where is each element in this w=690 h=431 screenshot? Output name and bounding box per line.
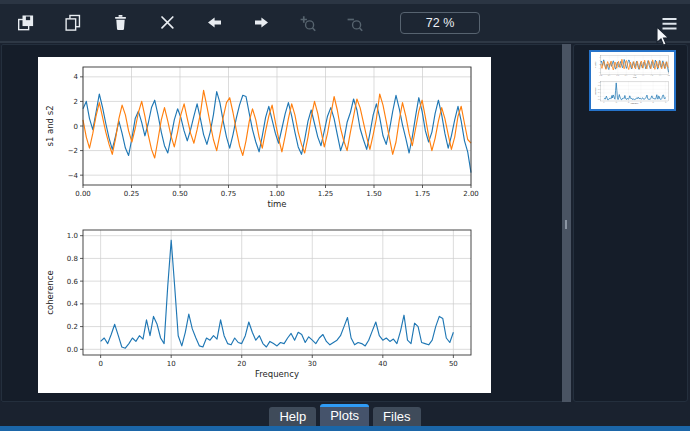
remove-plot-button[interactable] — [105, 8, 135, 38]
zoom-level-display[interactable]: 72 % — [400, 12, 480, 34]
options-menu-button[interactable] — [659, 15, 679, 33]
svg-text:50: 50 — [449, 360, 458, 368]
svg-text:0.00: 0.00 — [75, 190, 91, 198]
svg-text:1.0: 1.0 — [67, 232, 78, 240]
svg-text:20: 20 — [237, 360, 246, 368]
arrow-right-icon — [253, 14, 270, 31]
copy-icon — [64, 14, 82, 32]
pane-tabbar: Help Plots Files — [0, 403, 690, 426]
zoom-out-icon — [346, 14, 364, 32]
arrow-left-icon — [206, 14, 223, 31]
svg-text:−4: −4 — [68, 172, 79, 180]
svg-text:0.4: 0.4 — [67, 300, 79, 308]
svg-text:0.6: 0.6 — [67, 278, 79, 286]
thumbnail-list-panel: 0.000.250.500.751.001.251.501.752.00−4−2… — [573, 44, 688, 402]
svg-text:−4: −4 — [598, 72, 600, 73]
hamburger-icon — [661, 17, 678, 31]
coherence-figure: 0.000.250.500.751.001.251.501.752.00−4−2… — [38, 57, 491, 393]
svg-text:time: time — [267, 199, 286, 209]
plots-toolbar: 72 % — [0, 4, 690, 43]
plot-viewer-panel: 0.000.250.500.751.001.251.501.752.00−4−2… — [1, 44, 564, 402]
svg-text:0.75: 0.75 — [221, 190, 237, 198]
svg-text:0: 0 — [98, 360, 102, 368]
svg-text:0: 0 — [74, 123, 78, 131]
next-plot-button[interactable] — [246, 8, 276, 38]
svg-text:1.00: 1.00 — [269, 190, 285, 198]
tab-help[interactable]: Help — [269, 407, 316, 426]
svg-text:Frequency: Frequency — [255, 369, 299, 379]
svg-text:10: 10 — [167, 360, 176, 368]
svg-text:0.8: 0.8 — [67, 255, 78, 263]
save-icon — [17, 14, 35, 32]
copy-plot-button[interactable] — [58, 8, 88, 38]
tab-plots[interactable]: Plots — [320, 404, 369, 426]
svg-text:30: 30 — [308, 360, 317, 368]
svg-text:1.50: 1.50 — [366, 190, 382, 198]
svg-text:−2: −2 — [598, 68, 600, 69]
svg-text:coherence: coherence — [45, 270, 55, 314]
save-plot-button[interactable] — [11, 8, 41, 38]
previous-plot-button[interactable] — [199, 8, 229, 38]
svg-text:−2: −2 — [68, 147, 78, 155]
svg-text:0.0: 0.0 — [67, 346, 78, 354]
svg-text:2: 2 — [74, 98, 78, 106]
zoom-out-button[interactable] — [340, 8, 370, 38]
remove-all-plots-button[interactable] — [152, 8, 182, 38]
svg-text:40: 40 — [378, 360, 387, 368]
figure-canvas: 0.000.250.500.751.001.251.501.752.00−4−2… — [38, 57, 491, 393]
zoom-in-icon — [299, 14, 317, 32]
plot-thumbnail-selected[interactable]: 0.000.250.500.751.001.251.501.752.00−4−2… — [589, 50, 676, 111]
svg-text:1.75: 1.75 — [415, 190, 431, 198]
svg-text:0.50: 0.50 — [172, 190, 188, 198]
plots-pane: 72 % 0.000.250.500.751.001.251.501.752.0… — [0, 0, 690, 431]
svg-text:1.25: 1.25 — [318, 190, 334, 198]
panel-splitter[interactable] — [562, 44, 571, 402]
svg-text:0.25: 0.25 — [124, 190, 140, 198]
svg-text:s1 and s2: s1 and s2 — [45, 105, 55, 146]
svg-text:0.2: 0.2 — [67, 323, 78, 331]
trash-icon — [112, 14, 129, 31]
status-strip — [0, 426, 690, 431]
svg-text:2.00: 2.00 — [463, 190, 479, 198]
svg-text:4: 4 — [74, 73, 79, 81]
close-all-icon — [159, 14, 176, 31]
tab-files[interactable]: Files — [373, 407, 420, 426]
zoom-in-button[interactable] — [293, 8, 323, 38]
thumbnail-figure: 0.000.250.500.751.001.251.501.752.00−4−2… — [593, 54, 672, 107]
zoom-level-value: 72 % — [426, 16, 455, 30]
